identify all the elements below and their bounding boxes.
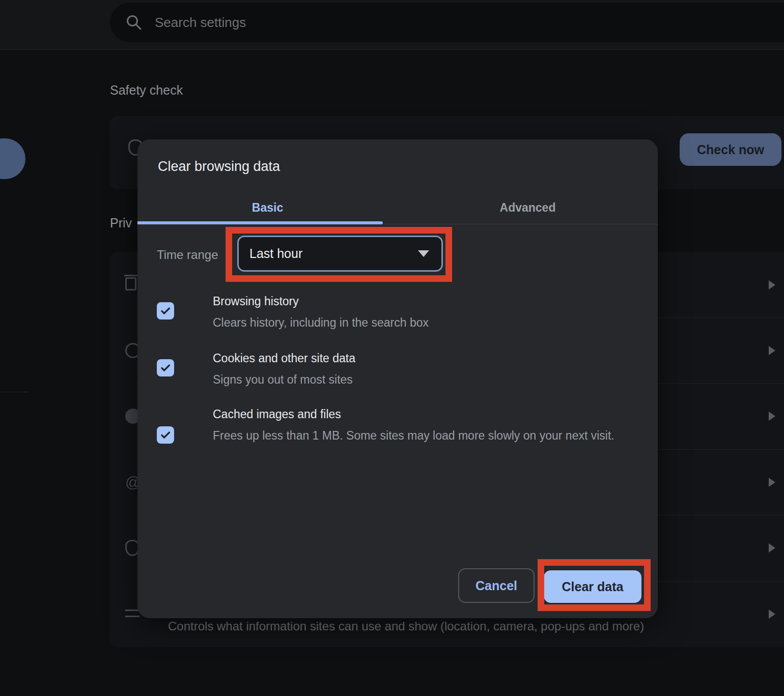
delete-browsing-data-icon — [125, 277, 136, 291]
tab-basic[interactable]: Basic — [137, 192, 398, 224]
time-range-label: Time range — [157, 248, 218, 262]
cookies-checkbox[interactable] — [157, 359, 174, 376]
dropdown-caret-icon — [418, 250, 429, 257]
chevron-right-icon — [769, 478, 775, 487]
chevron-right-icon — [769, 543, 775, 553]
option-title: Browsing history — [213, 295, 299, 308]
sidebar-divider — [0, 392, 29, 392]
option-description: Signs you out of most sites — [213, 369, 649, 390]
tab-advanced[interactable]: Advanced — [398, 192, 658, 224]
search-bar[interactable] — [110, 3, 784, 42]
clear-data-button[interactable]: Clear data — [544, 570, 641, 603]
time-range-selected-value: Last hour — [249, 246, 302, 261]
checkmark-icon — [159, 305, 172, 317]
site-settings-description: Controls what information sites can use … — [168, 619, 644, 633]
option-title: Cookies and other site data — [213, 352, 355, 365]
privacy-section-heading: Priv — [110, 216, 132, 230]
chevron-right-icon — [769, 610, 775, 619]
dialog-tabbar: Basic Advanced — [137, 192, 658, 224]
checkmark-icon — [159, 429, 172, 441]
check-now-button[interactable]: Check now — [680, 133, 781, 166]
chevron-right-icon — [769, 346, 775, 355]
option-description: Frees up less than 1 MB. Some sites may … — [213, 425, 649, 446]
option-title: Cached images and files — [213, 408, 341, 421]
browsing-history-checkbox[interactable] — [157, 302, 174, 320]
cancel-button[interactable]: Cancel — [458, 568, 535, 603]
clear-browsing-data-dialog: Clear browsing data Basic Advanced Time … — [137, 139, 658, 618]
active-tab-underline — [137, 221, 383, 224]
search-input[interactable] — [154, 14, 612, 31]
sidebar-selected-item-pill[interactable] — [0, 138, 25, 179]
option-description: Clears history, including in the search … — [213, 312, 649, 333]
checkmark-icon — [159, 362, 172, 374]
safety-check-heading: Safety check — [110, 83, 183, 98]
chevron-right-icon — [769, 280, 775, 289]
chevron-right-icon — [769, 412, 775, 421]
time-range-select[interactable]: Last hour — [237, 236, 443, 272]
dialog-title: Clear browsing data — [158, 159, 280, 175]
settings-header — [0, 0, 784, 50]
search-icon — [125, 14, 143, 31]
chrome-settings-screen: Safety check Check now Priv @ — [0, 0, 784, 696]
cached-images-checkbox[interactable] — [157, 426, 174, 444]
